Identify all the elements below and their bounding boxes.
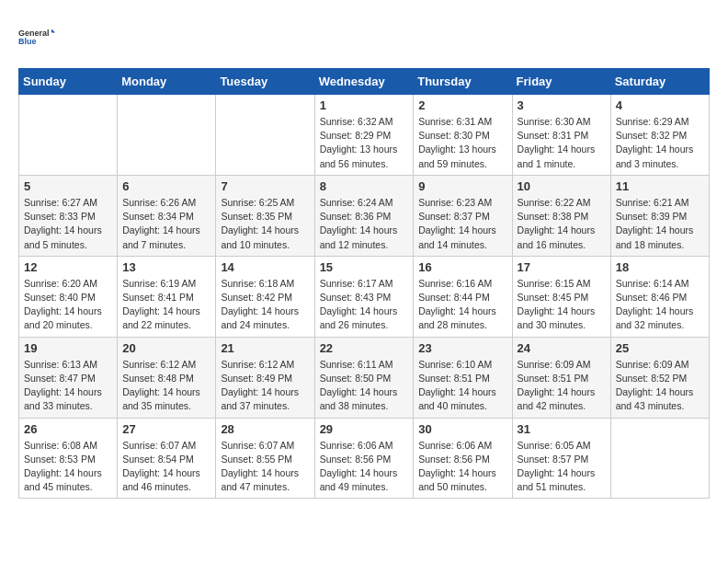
calendar-cell: 17Sunrise: 6:15 AMSunset: 8:45 PMDayligh…	[512, 256, 610, 337]
calendar-cell: 27Sunrise: 6:07 AMSunset: 8:54 PMDayligh…	[118, 418, 216, 499]
day-info-line: and 38 minutes.	[320, 400, 389, 411]
calendar-cell: 24Sunrise: 6:09 AMSunset: 8:51 PMDayligh…	[512, 337, 610, 418]
day-number: 31	[518, 422, 606, 436]
day-info-line: Daylight: 14 hours	[616, 144, 694, 155]
day-number: 4	[616, 98, 704, 112]
calendar-cell: 10Sunrise: 6:22 AMSunset: 8:38 PMDayligh…	[512, 175, 610, 256]
day-info-line: and 28 minutes.	[418, 319, 487, 330]
day-number: 11	[616, 179, 704, 193]
day-info-line: Sunset: 8:32 PM	[616, 130, 688, 141]
calendar-cell: 2Sunrise: 6:31 AMSunset: 8:30 PMDaylight…	[414, 95, 512, 176]
day-info: Sunrise: 6:05 AMSunset: 8:57 PMDaylight:…	[518, 439, 606, 495]
day-number: 12	[24, 260, 112, 274]
day-info-line: Sunrise: 6:10 AM	[418, 359, 492, 370]
day-info-line: Sunset: 8:56 PM	[418, 454, 490, 465]
day-info-line: Sunset: 8:56 PM	[320, 454, 392, 465]
day-info-line: Sunset: 8:34 PM	[122, 211, 194, 222]
calendar-cell: 16Sunrise: 6:16 AMSunset: 8:44 PMDayligh…	[414, 256, 512, 337]
calendar-cell: 14Sunrise: 6:18 AMSunset: 8:42 PMDayligh…	[216, 256, 314, 337]
calendar-cell: 9Sunrise: 6:23 AMSunset: 8:37 PMDaylight…	[414, 175, 512, 256]
day-info: Sunrise: 6:19 AMSunset: 8:41 PMDaylight:…	[122, 277, 210, 333]
day-info-line: and 50 minutes.	[418, 481, 487, 492]
day-info: Sunrise: 6:08 AMSunset: 8:53 PMDaylight:…	[24, 439, 112, 495]
day-info-line: Daylight: 14 hours	[24, 386, 102, 397]
day-info-line: and 51 minutes.	[518, 481, 586, 492]
logo: General Blue	[18, 18, 55, 53]
day-info: Sunrise: 6:18 AMSunset: 8:42 PMDaylight:…	[221, 277, 309, 333]
day-info-line: Sunset: 8:53 PM	[24, 454, 96, 465]
weekday-header-monday: Monday	[118, 69, 216, 95]
day-info-line: Sunset: 8:54 PM	[122, 454, 194, 465]
calendar-cell: 26Sunrise: 6:08 AMSunset: 8:53 PMDayligh…	[19, 418, 118, 499]
day-info: Sunrise: 6:30 AMSunset: 8:31 PMDaylight:…	[518, 115, 606, 171]
day-info-line: Daylight: 14 hours	[221, 305, 299, 316]
calendar-cell: 31Sunrise: 6:05 AMSunset: 8:57 PMDayligh…	[512, 418, 610, 499]
day-info-line: Sunrise: 6:07 AM	[122, 440, 196, 451]
day-info-line: Sunset: 8:31 PM	[518, 130, 589, 141]
calendar-cell: 8Sunrise: 6:24 AMSunset: 8:36 PMDaylight…	[314, 175, 414, 256]
day-info-line: Daylight: 14 hours	[320, 224, 398, 236]
day-info-line: and 56 minutes.	[320, 158, 389, 169]
day-number: 23	[418, 341, 506, 355]
day-info-line: Sunset: 8:57 PM	[518, 454, 589, 465]
day-number: 1	[320, 98, 409, 112]
day-info-line: and 12 minutes.	[320, 239, 389, 250]
day-info-line: Sunset: 8:41 PM	[122, 292, 194, 303]
calendar-cell: 29Sunrise: 6:06 AMSunset: 8:56 PMDayligh…	[314, 418, 414, 499]
day-info-line: and 35 minutes.	[122, 400, 191, 411]
day-info-line: Sunset: 8:42 PM	[221, 292, 292, 303]
day-info-line: and 43 minutes.	[616, 400, 685, 411]
day-number: 8	[320, 179, 409, 193]
calendar-week-row: 26Sunrise: 6:08 AMSunset: 8:53 PMDayligh…	[19, 418, 710, 499]
calendar-cell: 6Sunrise: 6:26 AMSunset: 8:34 PMDaylight…	[118, 175, 216, 256]
weekday-header-thursday: Thursday	[414, 69, 512, 95]
day-info-line: Sunset: 8:35 PM	[221, 211, 292, 222]
day-info-line: Sunset: 8:51 PM	[418, 373, 490, 384]
calendar-cell: 23Sunrise: 6:10 AMSunset: 8:51 PMDayligh…	[414, 337, 512, 418]
calendar-table: SundayMondayTuesdayWednesdayThursdayFrid…	[18, 68, 710, 499]
calendar-week-row: 12Sunrise: 6:20 AMSunset: 8:40 PMDayligh…	[19, 256, 710, 337]
day-info: Sunrise: 6:14 AMSunset: 8:46 PMDaylight:…	[616, 277, 704, 333]
day-number: 28	[221, 422, 309, 436]
svg-text:General: General	[18, 29, 50, 38]
day-info-line: and 22 minutes.	[122, 319, 191, 330]
day-info-line: Daylight: 14 hours	[616, 305, 694, 316]
weekday-header-row: SundayMondayTuesdayWednesdayThursdayFrid…	[19, 69, 710, 95]
day-info-line: Daylight: 14 hours	[24, 467, 102, 478]
day-info-line: and 20 minutes.	[24, 319, 93, 330]
day-info: Sunrise: 6:06 AMSunset: 8:56 PMDaylight:…	[418, 439, 506, 495]
day-info-line: Sunset: 8:44 PM	[418, 292, 490, 303]
day-info: Sunrise: 6:13 AMSunset: 8:47 PMDaylight:…	[24, 358, 112, 414]
day-info-line: Daylight: 14 hours	[320, 386, 398, 397]
day-number: 21	[221, 341, 309, 355]
weekday-header-friday: Friday	[512, 69, 610, 95]
day-info-line: Sunrise: 6:06 AM	[418, 440, 492, 451]
day-info-line: and 18 minutes.	[616, 239, 685, 250]
day-info: Sunrise: 6:07 AMSunset: 8:55 PMDaylight:…	[221, 439, 309, 495]
day-info-line: Sunrise: 6:08 AM	[24, 440, 97, 451]
day-info: Sunrise: 6:09 AMSunset: 8:52 PMDaylight:…	[616, 358, 704, 414]
day-info: Sunrise: 6:11 AMSunset: 8:50 PMDaylight:…	[320, 358, 409, 414]
day-info-line: and 16 minutes.	[518, 239, 586, 250]
day-info-line: Sunset: 8:38 PM	[518, 211, 589, 222]
day-number: 25	[616, 341, 704, 355]
day-info-line: Daylight: 14 hours	[320, 467, 398, 478]
day-info-line: Sunset: 8:39 PM	[616, 211, 688, 222]
calendar-cell	[19, 95, 118, 176]
day-info-line: and 46 minutes.	[122, 481, 191, 492]
day-info-line: and 14 minutes.	[418, 239, 487, 250]
calendar-cell: 12Sunrise: 6:20 AMSunset: 8:40 PMDayligh…	[19, 256, 118, 337]
day-info-line: and 40 minutes.	[418, 400, 487, 411]
day-info-line: Daylight: 14 hours	[24, 224, 102, 236]
day-info-line: and 45 minutes.	[24, 481, 93, 492]
day-info-line: Sunrise: 6:07 AM	[221, 440, 294, 451]
day-info-line: Sunset: 8:45 PM	[518, 292, 589, 303]
day-number: 24	[518, 341, 606, 355]
day-number: 18	[616, 260, 704, 274]
day-info-line: and 26 minutes.	[320, 319, 389, 330]
day-info: Sunrise: 6:24 AMSunset: 8:36 PMDaylight:…	[320, 196, 409, 252]
day-info-line: Sunrise: 6:31 AM	[418, 116, 492, 127]
day-info-line: Daylight: 14 hours	[122, 224, 200, 236]
day-number: 17	[518, 260, 606, 274]
svg-marker-2	[51, 29, 55, 33]
